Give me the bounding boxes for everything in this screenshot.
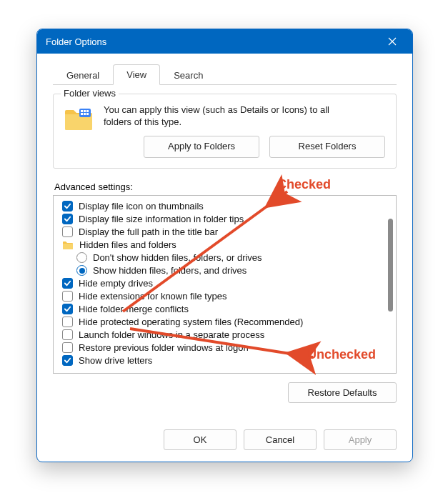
window-title: Folder Options (46, 36, 106, 47)
tab-bar: General View Search (37, 54, 412, 84)
advanced-item-label: Show drive letters (79, 355, 152, 366)
tab-view[interactable]: View (113, 64, 160, 85)
advanced-item-label: Hide empty drives (79, 278, 153, 289)
close-button[interactable] (381, 29, 404, 54)
advanced-item[interactable]: Restore previous folder windows at logon (62, 342, 380, 354)
scrollbar-thumb[interactable] (388, 219, 393, 312)
checkbox[interactable] (62, 329, 73, 340)
advanced-item[interactable]: Display file icon on thumbnails (62, 200, 380, 213)
tab-general[interactable]: General (53, 65, 113, 85)
advanced-item[interactable]: Show drive letters (62, 354, 380, 367)
apply-to-folders-button[interactable]: Apply to Folders (144, 136, 259, 158)
advanced-item-label: Don't show hidden files, folders, or dri… (93, 252, 262, 263)
svg-rect-5 (84, 113, 86, 115)
advanced-item-label: Show hidden files, folders, and drives (93, 265, 247, 276)
titlebar: Folder Options (37, 29, 412, 54)
svg-rect-2 (84, 110, 86, 112)
advanced-item[interactable]: Hide protected operating system files (R… (62, 316, 380, 329)
checkbox[interactable] (62, 214, 73, 224)
advanced-item[interactable]: Don't show hidden files, folders, or dri… (62, 252, 380, 264)
advanced-item-label: Display the full path in the title bar (79, 226, 218, 237)
folder-views-legend: Folder views (61, 88, 119, 99)
checkbox[interactable] (62, 342, 73, 353)
checkbox[interactable] (62, 226, 73, 237)
close-icon (388, 37, 397, 46)
advanced-item[interactable]: Show hidden files, folders, and drives (62, 264, 380, 277)
cancel-button[interactable]: Cancel (244, 429, 317, 450)
svg-rect-4 (81, 113, 83, 115)
folder-options-window: Folder Options General View Search Folde… (36, 29, 413, 462)
svg-rect-6 (86, 113, 89, 115)
advanced-settings-list[interactable]: Display file icon on thumbnailsDisplay f… (53, 195, 397, 374)
folder-views-text: You can apply this view (such as Details… (104, 104, 386, 158)
checkbox[interactable] (62, 355, 73, 366)
checkbox[interactable] (62, 278, 73, 289)
advanced-item-label: Hidden files and folders (79, 239, 176, 250)
dialog-buttons: OK Cancel Apply (37, 418, 412, 462)
advanced-item-label: Restore previous folder windows at logon (79, 342, 249, 353)
checkbox[interactable] (62, 317, 73, 327)
folder-views-group: Folder views You can apply this view (su… (53, 94, 397, 169)
advanced-item[interactable]: Hide extensions for known file types (62, 290, 380, 303)
svg-rect-3 (86, 110, 89, 112)
radio[interactable] (76, 252, 87, 263)
tab-content: Folder views You can apply this view (su… (53, 84, 397, 418)
restore-defaults-button[interactable]: Restore Defaults (288, 382, 397, 403)
advanced-item[interactable]: Hidden files and folders (62, 239, 380, 252)
folder-group-icon (62, 240, 74, 250)
radio[interactable] (76, 265, 87, 276)
reset-folders-button[interactable]: Reset Folders (269, 136, 385, 158)
advanced-item[interactable]: Launch folder windows in a separate proc… (62, 329, 380, 342)
advanced-item-label: Launch folder windows in a separate proc… (79, 329, 264, 340)
advanced-item[interactable]: Display file size information in folder … (62, 213, 380, 226)
advanced-item-label: Display file size information in folder … (79, 214, 244, 224)
svg-rect-1 (81, 110, 83, 112)
scrollbar[interactable] (384, 196, 396, 373)
apply-button[interactable]: Apply (324, 429, 397, 450)
advanced-item-label: Hide folder merge conflicts (79, 304, 189, 314)
folder-icon (64, 104, 94, 133)
advanced-item[interactable]: Display the full path in the title bar (62, 226, 380, 239)
advanced-item-label: Hide protected operating system files (R… (79, 317, 303, 327)
advanced-item-label: Hide extensions for known file types (79, 291, 227, 302)
advanced-item[interactable]: Hide folder merge conflicts (62, 303, 380, 316)
advanced-item-label: Display file icon on thumbnails (79, 201, 204, 211)
ok-button[interactable]: OK (164, 429, 237, 450)
checkbox[interactable] (62, 291, 73, 302)
advanced-settings-label: Advanced settings: (54, 181, 397, 192)
checkbox[interactable] (62, 304, 73, 314)
checkbox[interactable] (62, 201, 73, 211)
tab-search[interactable]: Search (160, 65, 216, 85)
advanced-item[interactable]: Hide empty drives (62, 277, 380, 290)
